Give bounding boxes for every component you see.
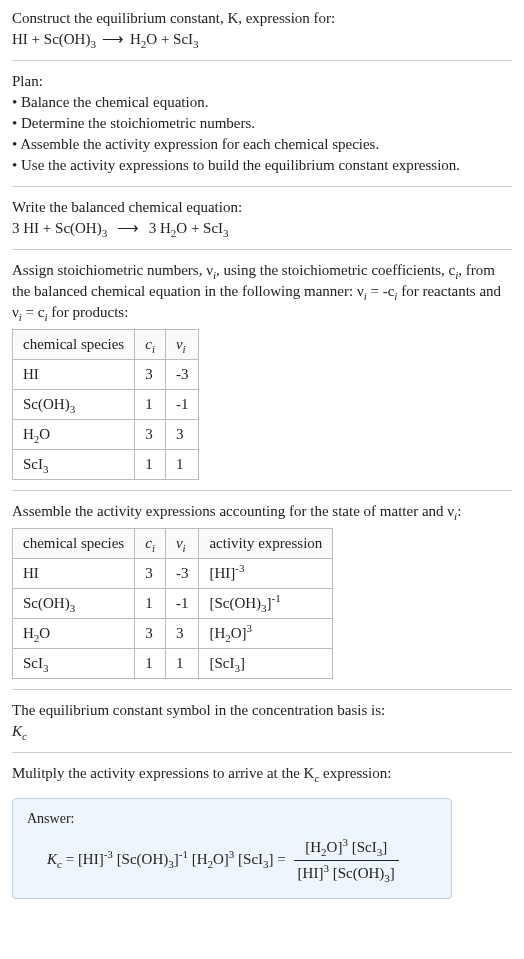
plan-bullet-4: • Use the activity expressions to build …	[12, 157, 460, 173]
activity-table: chemical species ci νi activity expressi…	[12, 528, 333, 679]
table-header-row: chemical species ci νi	[13, 330, 199, 360]
assign-section: Assign stoichiometric numbers, νi, using…	[12, 260, 512, 491]
balanced-equation: 3 HI + Sc(OH)3 ⟶ 3 H2O + ScI3	[12, 220, 229, 236]
plan-bullet-2: • Determine the stoichiometric numbers.	[12, 115, 255, 131]
symbol-text: The equilibrium constant symbol in the c…	[12, 702, 385, 718]
table-row: HI 3 -3 [HI]-3	[13, 559, 333, 589]
balanced-section: Write the balanced chemical equation: 3 …	[12, 197, 512, 250]
stoichiometry-table: chemical species ci νi HI 3 -3 Sc(OH)3 1…	[12, 329, 199, 480]
fraction: [H2O]3 [ScI3] [HI]3 [Sc(OH)3]	[294, 837, 399, 884]
prompt-section: Construct the equilibrium constant, K, e…	[12, 8, 512, 61]
assemble-section: Assemble the activity expressions accoun…	[12, 501, 512, 690]
kc-symbol: Kc	[12, 723, 27, 739]
col-vi: νi	[165, 330, 199, 360]
col-vi: νi	[165, 529, 199, 559]
fraction-numerator: [H2O]3 [ScI3]	[294, 837, 399, 861]
reaction-arrow-icon: ⟶	[117, 218, 139, 239]
table-row: ScI3 1 1 [ScI3]	[13, 649, 333, 679]
answer-box: Answer: Kc = [HI]-3 [Sc(OH)3]-1 [H2O]3 […	[12, 798, 452, 899]
balanced-title: Write the balanced chemical equation:	[12, 199, 242, 215]
table-row: ScI3 1 1	[13, 450, 199, 480]
prompt-equation: HI + Sc(OH)3⟶H2O + ScI3	[12, 31, 199, 47]
plan-section: Plan: • Balance the chemical equation. •…	[12, 71, 512, 187]
col-ci: ci	[135, 529, 166, 559]
multiply-section: Mulitply the activity expressions to arr…	[12, 763, 512, 788]
col-activity: activity expression	[199, 529, 333, 559]
col-ci: ci	[135, 330, 166, 360]
table-row: H2O 3 3	[13, 420, 199, 450]
prompt-line1: Construct the equilibrium constant, K, e…	[12, 10, 335, 26]
col-species: chemical species	[13, 330, 135, 360]
table-row: H2O 3 3 [H2O]3	[13, 619, 333, 649]
table-row: Sc(OH)3 1 -1	[13, 390, 199, 420]
symbol-section: The equilibrium constant symbol in the c…	[12, 700, 512, 753]
plan-bullet-3: • Assemble the activity expression for e…	[12, 136, 379, 152]
plan-title: Plan:	[12, 73, 43, 89]
table-row: HI 3 -3	[13, 360, 199, 390]
plan-bullet-1: • Balance the chemical equation.	[12, 94, 208, 110]
fraction-denominator: [HI]3 [Sc(OH)3]	[294, 861, 399, 884]
assemble-text: Assemble the activity expressions accoun…	[12, 503, 461, 519]
col-species: chemical species	[13, 529, 135, 559]
kc-expression: Kc = [HI]-3 [Sc(OH)3]-1 [H2O]3 [ScI3] = …	[47, 837, 437, 884]
reaction-arrow-icon: ⟶	[102, 29, 124, 50]
table-header-row: chemical species ci νi activity expressi…	[13, 529, 333, 559]
answer-label: Answer:	[27, 809, 437, 829]
multiply-text: Mulitply the activity expressions to arr…	[12, 765, 391, 781]
table-row: Sc(OH)3 1 -1 [Sc(OH)3]-1	[13, 589, 333, 619]
assign-text: Assign stoichiometric numbers, νi, using…	[12, 262, 501, 320]
